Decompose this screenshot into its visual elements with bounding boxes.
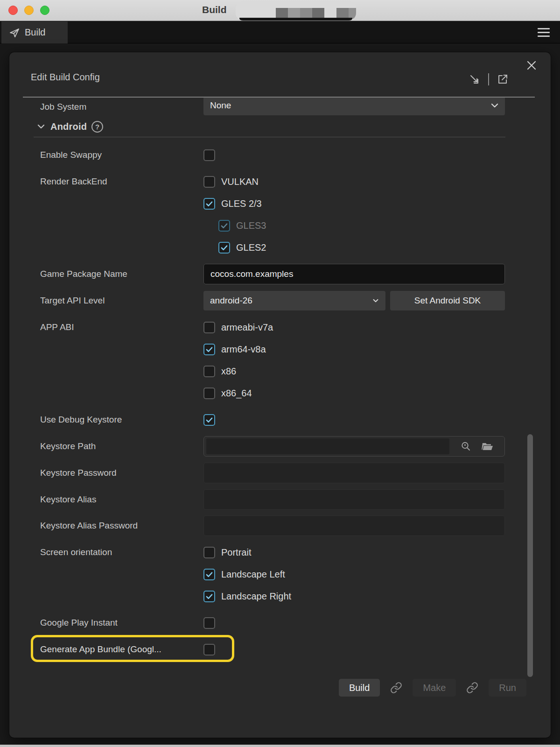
google-play-instant-label: Google Play Instant	[40, 618, 203, 628]
target-api-level-label: Target API Level	[40, 296, 203, 306]
link-icon	[466, 682, 478, 694]
build-button[interactable]: Build	[339, 679, 380, 697]
row-screen-orientation: Screen orientation Portrait	[9, 543, 551, 561]
vulkan-checkbox[interactable]	[203, 176, 215, 188]
link-icon	[390, 682, 402, 694]
gles3-checkbox	[218, 220, 230, 232]
vertical-scrollbar[interactable]	[527, 434, 533, 677]
keystore-alias-password-label: Keystore Alias Password	[40, 521, 203, 531]
landscape-right-label: Landscape Right	[221, 591, 291, 602]
import-config-icon[interactable]	[468, 73, 481, 85]
job-system-value: None	[210, 100, 231, 111]
chevron-down-icon	[36, 122, 46, 131]
vulkan-label: VULKAN	[221, 176, 259, 187]
android-section-label: Android	[50, 121, 87, 132]
row-gles23: GLES 2/3	[9, 195, 551, 212]
build-config-form: Job System None Android ? Enable Swappy	[9, 98, 551, 677]
row-gles2: GLES2	[9, 239, 551, 256]
keystore-password-label: Keystore Password	[40, 468, 203, 478]
target-api-level-value: android-26	[210, 296, 252, 306]
row-arm64-v8a: arm64-v8a	[9, 340, 551, 358]
row-job-system: Job System None	[9, 98, 551, 116]
chevron-down-icon	[490, 101, 499, 110]
gles23-checkbox[interactable]	[203, 198, 215, 210]
tab-build-label: Build	[25, 27, 45, 38]
row-google-play-instant: Google Play Instant	[9, 614, 551, 632]
gles23-label: GLES 2/3	[221, 198, 262, 209]
dialog-footer: Build Make Run	[339, 679, 526, 697]
keystore-alias-input[interactable]	[203, 489, 505, 510]
redacted-title-area	[236, 1, 356, 21]
landscape-left-label: Landscape Left	[221, 569, 285, 580]
zoom-window-button[interactable]	[40, 6, 49, 15]
x86-64-checkbox[interactable]	[203, 388, 215, 399]
x86-label: x86	[221, 366, 236, 377]
build-paper-plane-icon	[9, 27, 20, 38]
export-config-icon[interactable]	[497, 73, 509, 85]
keystore-alias-password-input[interactable]	[203, 515, 505, 536]
armeabi-v7a-checkbox[interactable]	[203, 322, 215, 333]
window-titlebar: Build	[0, 0, 560, 21]
use-debug-keystore-checkbox[interactable]	[203, 414, 215, 426]
arm64-v8a-checkbox[interactable]	[203, 344, 215, 355]
game-package-name-label: Game Package Name	[40, 269, 203, 279]
row-landscape-right: Landscape Right	[9, 587, 551, 605]
job-system-label: Job System	[40, 102, 203, 112]
armeabi-v7a-label: armeabi-v7a	[221, 322, 273, 333]
tab-bar: Build	[0, 21, 560, 43]
make-button[interactable]: Make	[413, 679, 456, 697]
row-landscape-left: Landscape Left	[9, 565, 551, 583]
close-dialog-icon[interactable]	[523, 57, 540, 74]
gles3-label: GLES3	[236, 220, 266, 231]
dialog-title: Edit Build Config	[31, 72, 100, 83]
x86-checkbox[interactable]	[203, 366, 215, 377]
keystore-path-input[interactable]	[206, 438, 449, 454]
minimize-window-button[interactable]	[24, 6, 34, 15]
row-target-api-level: Target API Level android-26 Set Android …	[9, 291, 551, 310]
job-system-select[interactable]: None	[203, 98, 505, 115]
section-divider	[34, 137, 505, 137]
row-keystore-path: Keystore Path	[9, 436, 551, 457]
row-use-debug-keystore: Use Debug Keystore	[9, 411, 551, 429]
gles2-checkbox[interactable]	[218, 242, 230, 254]
tab-build[interactable]: Build	[1, 21, 68, 43]
generate-app-bundle-checkbox[interactable]	[203, 644, 215, 655]
row-gles3: GLES3	[9, 217, 551, 234]
enable-swappy-checkbox[interactable]	[203, 149, 215, 161]
locate-file-icon[interactable]	[460, 441, 471, 452]
screen-orientation-label: Screen orientation	[40, 547, 203, 557]
keystore-password-input[interactable]	[203, 463, 505, 483]
section-android[interactable]: Android ?	[9, 116, 551, 137]
set-android-sdk-button[interactable]: Set Android SDK	[390, 291, 505, 310]
landscape-right-checkbox[interactable]	[203, 591, 215, 602]
open-folder-icon[interactable]	[482, 441, 494, 452]
render-backend-label: Render BackEnd	[40, 176, 203, 187]
panel-menu-icon[interactable]	[538, 28, 550, 37]
help-icon[interactable]: ?	[91, 121, 103, 133]
generate-app-bundle-label: Generate App Bundle (Googl...	[40, 644, 203, 655]
portrait-label: Portrait	[221, 547, 251, 558]
row-keystore-alias-password: Keystore Alias Password	[9, 515, 551, 536]
portrait-checkbox[interactable]	[203, 547, 215, 558]
landscape-left-checkbox[interactable]	[203, 569, 215, 580]
window-bottom-edge	[0, 745, 560, 747]
row-enable-swappy: Enable Swappy	[9, 146, 551, 164]
row-render-backend: Render BackEnd VULKAN	[9, 173, 551, 190]
keystore-alias-label: Keystore Alias	[40, 494, 203, 505]
game-package-name-input[interactable]	[203, 264, 505, 284]
close-window-button[interactable]	[8, 6, 18, 15]
row-x86-64: x86_64	[9, 384, 551, 402]
run-button[interactable]: Run	[489, 679, 526, 697]
window-title: Build	[202, 4, 227, 15]
arm64-v8a-label: arm64-v8a	[221, 344, 266, 355]
row-game-package-name: Game Package Name	[9, 264, 551, 284]
row-x86: x86	[9, 362, 551, 380]
gles2-label: GLES2	[236, 242, 266, 253]
target-api-level-select[interactable]: android-26	[203, 291, 385, 310]
toolbar-divider	[488, 73, 489, 85]
keystore-path-label: Keystore Path	[40, 441, 203, 451]
row-app-abi: APP ABI armeabi-v7a	[9, 318, 551, 336]
use-debug-keystore-label: Use Debug Keystore	[40, 415, 203, 425]
keystore-path-field	[203, 436, 505, 457]
google-play-instant-checkbox[interactable]	[203, 617, 215, 629]
